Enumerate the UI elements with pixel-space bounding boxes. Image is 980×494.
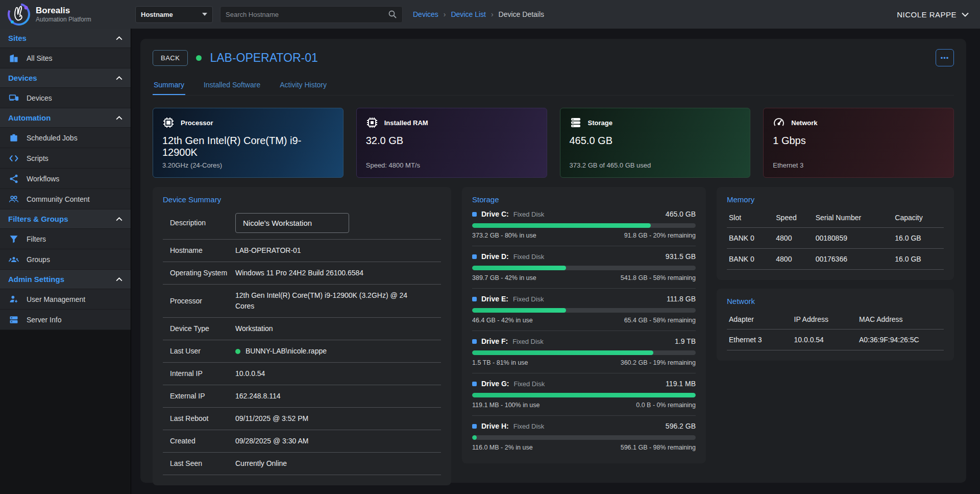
main-area: BACK LAB-OPERATOR-01 ••• Summary Install… (131, 29, 980, 494)
search-input[interactable] (226, 11, 388, 18)
filter-icon (8, 233, 19, 245)
summary-row-last-reboot: Last Reboot 09/11/2025 @ 3:52 PM (163, 408, 441, 430)
disks-icon (570, 116, 582, 129)
user-menu[interactable]: NICOLE RAPPE (897, 10, 969, 19)
sidebar-section-devices[interactable]: Devices (0, 68, 131, 88)
sidebar-item-label: Filters (27, 235, 46, 243)
tab-activity-history[interactable]: Activity History (279, 77, 328, 95)
user-online-dot (235, 349, 240, 354)
drive-size: 1.9 TB (675, 337, 696, 345)
row-label: Hostname (170, 246, 235, 255)
column-header-ip: IP Address (792, 311, 857, 330)
server-icon (8, 314, 19, 325)
drive-used-label: 119.1 MB - 100% in use (472, 402, 540, 409)
memory-row: BANK 0 4800 00180859 16.0 GB (727, 228, 944, 249)
memory-row: BANK 0 4800 00176366 16.0 GB (727, 249, 944, 270)
sidebar-item-label: Server Info (27, 316, 61, 324)
sidebar-item-label: Scripts (27, 154, 48, 162)
sidebar-item-server-info[interactable]: Server Info (0, 310, 131, 330)
device-summary-panel: Device Summary Description Hostname LAB-… (153, 187, 451, 485)
sidebar-section-automation[interactable]: Automation (0, 108, 131, 128)
network-panel-title: Network (727, 297, 944, 305)
row-value: BUNNY-LAB\nicole.rappe (246, 346, 327, 357)
breadcrumb-devices[interactable]: Devices (413, 10, 438, 18)
sidebar-item-label: Workflows (27, 175, 59, 183)
drive-row-h: Drive H: Fixed Disk 596.2 GB 116.0 MB - … (472, 416, 696, 453)
sidebar-item-groups[interactable]: Groups (0, 249, 131, 270)
sidebar-item-devices[interactable]: Devices (0, 88, 131, 108)
code-icon (8, 153, 19, 164)
stat-card-value: 12th Gen Intel(R) Core(TM) i9-12900K (162, 135, 334, 158)
hostname-filter-select[interactable]: Hostname (135, 6, 213, 23)
drive-type: Fixed Disk (513, 210, 545, 218)
breadcrumb-device-list[interactable]: Device List (451, 10, 485, 18)
chevron-down-icon (962, 12, 969, 17)
gauge-icon (773, 116, 785, 129)
drive-size: 931.5 GB (666, 252, 696, 261)
drive-icon (472, 382, 477, 386)
drive-icon (472, 297, 477, 301)
drive-remaining-label: 65.4 GB - 58% remaining (624, 317, 696, 324)
drive-remaining-label: 596.1 GB - 98% remaining (621, 444, 696, 451)
drive-used-label: 116.0 MB - 2% in use (472, 444, 533, 451)
stat-card-value: 32.0 GB (366, 135, 537, 147)
tab-summary[interactable]: Summary (153, 77, 185, 95)
description-input[interactable] (235, 213, 349, 233)
briefcase-icon (8, 132, 19, 144)
sidebar-section-filters-groups[interactable]: Filters & Groups (0, 209, 131, 229)
summary-row-last-user: Last User BUNNY-LAB\nicole.rappe (163, 340, 441, 363)
drive-remaining-label: 541.8 GB - 58% remaining (621, 274, 696, 281)
storage-panel-title: Storage (472, 195, 696, 204)
sidebar-section-label: Filters & Groups (8, 215, 68, 223)
breadcrumb-separator: › (491, 10, 494, 18)
drive-row-e: Drive E: Fixed Disk 111.8 GB 46.4 GB - 4… (472, 289, 696, 331)
row-value: LAB-OPERATOR-01 (235, 245, 440, 256)
sidebar-section-label: Automation (8, 113, 51, 122)
sidebar-section-admin-settings[interactable]: Admin Settings (0, 270, 131, 289)
row-label: Last User (170, 346, 235, 356)
sidebar-item-filters[interactable]: Filters (0, 229, 131, 249)
drive-size: 111.8 GB (667, 295, 696, 303)
row-label: Created (170, 436, 235, 446)
sidebar-item-all-sites[interactable]: All Sites (0, 48, 131, 68)
sidebar-item-workflows[interactable]: Workflows (0, 169, 131, 189)
drive-usage-bar (472, 435, 696, 440)
device-title: LAB-OPERATOR-01 (210, 51, 317, 65)
stat-card-label: Processor (181, 119, 213, 127)
sidebar-empty-area (0, 330, 131, 494)
processor-card: Processor 12th Gen Intel(R) Core(TM) i9-… (153, 108, 344, 178)
breadcrumb-separator: › (444, 10, 446, 18)
drive-remaining-label: 0.0 B - 0% remaining (636, 402, 696, 409)
column-header-capacity: Capacity (893, 209, 944, 228)
groups-icon (8, 254, 19, 265)
sidebar: Sites All Sites Devices Devices Automati… (0, 29, 131, 494)
sidebar-item-user-management[interactable]: User Management (0, 289, 131, 310)
network-panel: Network Adapter IP Address MAC Address (717, 289, 954, 361)
stat-card-value: 465.0 GB (570, 135, 741, 147)
row-value: 09/28/2025 @ 3:30 AM (235, 436, 440, 446)
stat-card-label: Storage (588, 119, 612, 127)
sidebar-item-scheduled-jobs[interactable]: Scheduled Jobs (0, 128, 131, 148)
summary-row-operating-system: Operating System Windows 11 Pro 24H2 Bui… (163, 262, 441, 285)
user-name: NICOLE RAPPE (897, 10, 957, 19)
drive-size: 596.2 GB (666, 422, 696, 430)
back-button[interactable]: BACK (153, 50, 188, 66)
sidebar-item-scripts[interactable]: Scripts (0, 148, 131, 169)
sidebar-section-sites[interactable]: Sites (0, 29, 131, 48)
sidebar-section-label: Devices (8, 74, 37, 82)
drive-name: Drive H: (481, 422, 509, 430)
drive-name: Drive E: (481, 295, 508, 303)
search-icon (388, 10, 397, 19)
search-box[interactable] (220, 6, 403, 23)
column-header-slot: Slot (727, 209, 774, 228)
drive-used-label: 46.4 GB - 42% in use (472, 317, 533, 324)
sidebar-section-label: Sites (8, 34, 27, 42)
more-options-button[interactable]: ••• (936, 49, 954, 66)
summary-row-last-seen: Last Seen Currently Online (163, 453, 441, 475)
tab-installed-software[interactable]: Installed Software (203, 77, 261, 95)
sidebar-item-community-content[interactable]: Community Content (0, 189, 131, 209)
drive-used-label: 1.5 TB - 81% in use (472, 359, 528, 366)
stat-card-footer: 373.2 GB of 465.0 GB used (570, 161, 741, 169)
chevron-up-icon (116, 217, 122, 221)
device-details-card: BACK LAB-OPERATOR-01 ••• Summary Install… (140, 39, 966, 483)
